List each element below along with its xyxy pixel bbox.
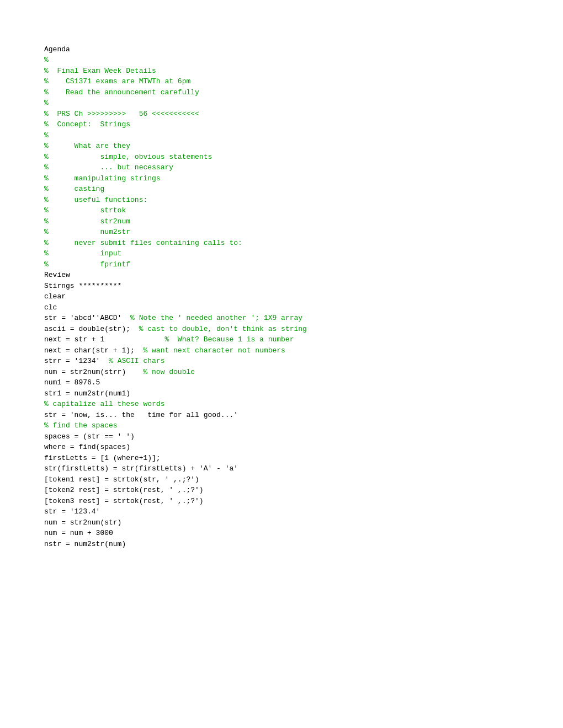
code-line: str = '123.4' [44, 506, 519, 517]
code-content: Agenda%% Final Exam Week Details% CS1371… [44, 33, 519, 549]
code-line: % [44, 130, 519, 141]
code-span: next = str + 1 [44, 335, 164, 344]
code-line: % Read the announcement carefully [44, 87, 519, 98]
code-line: next = char(str + 1); % want next charac… [44, 345, 519, 356]
code-line: str(firstLetts) = str(firstLetts) + 'A' … [44, 463, 519, 474]
code-line: % [44, 55, 519, 66]
code-span: ascii = double(str); [44, 325, 139, 333]
code-line: % What are they [44, 141, 519, 152]
code-line: % useful functions: [44, 195, 519, 206]
code-line: str = 'now, is... the time for all good.… [44, 410, 519, 421]
code-line: spaces = (str == ' ') [44, 431, 519, 442]
code-line: % manipulating strings [44, 173, 519, 184]
code-line: % Final Exam Week Details [44, 66, 519, 77]
code-line: clc [44, 302, 519, 313]
code-line: clear [44, 291, 519, 302]
code-line: nstr = num2str(num) [44, 539, 519, 550]
code-span: % What? Because 1 is a number [164, 335, 294, 344]
code-line: num = num + 3000 [44, 528, 519, 539]
code-line: str = 'abcd''ABCD' % Note the ' needed a… [44, 313, 519, 324]
code-span: str = 'abcd''ABCD' [44, 314, 130, 322]
code-line: % casting [44, 184, 519, 195]
code-span: next = char(str + 1); [44, 346, 143, 355]
code-line: [token2 rest] = strtok(rest, ' ,.;?') [44, 485, 519, 496]
code-line: next = str + 1 % What? Because 1 is a nu… [44, 334, 519, 345]
code-line: firstLetts = [1 (where+1)]; [44, 453, 519, 464]
code-line: % strtok [44, 205, 519, 216]
code-line: num = str2num(str) [44, 517, 519, 528]
code-line: Agenda [44, 44, 519, 55]
code-line: % ... but necessary [44, 162, 519, 173]
code-line: % Concept: Strings [44, 119, 519, 130]
code-span: % Note the ' needed another '; 1X9 array [130, 314, 302, 322]
code-line: % CS1371 exams are MTWTh at 6pm [44, 76, 519, 87]
code-line: % str2num [44, 216, 519, 227]
code-line: % find the spaces [44, 420, 519, 431]
code-line: [token3 rest] = strtok(rest, ' ,.;?') [44, 496, 519, 507]
code-line: [token1 rest] = strtok(str, ' ,.;?') [44, 474, 519, 485]
code-line: Stirngs ********** [44, 281, 519, 292]
code-line: num = str2num(strr) % now double [44, 367, 519, 378]
code-line: % never submit files containing calls to… [44, 238, 519, 249]
code-span: % ASCII chars [109, 357, 164, 365]
code-line: % simple, obvious statements [44, 152, 519, 163]
code-line: str1 = num2str(num1) [44, 388, 519, 399]
code-line: % input [44, 248, 519, 259]
code-span: strr = '1234' [44, 357, 109, 365]
code-line: ascii = double(str); % cast to double, d… [44, 324, 519, 335]
code-line: % fprintf [44, 259, 519, 270]
code-line: strr = '1234' % ASCII chars [44, 356, 519, 367]
code-line: % [44, 98, 519, 109]
code-line: where = find(spaces) [44, 442, 519, 453]
code-line: % capitalize all these words [44, 399, 519, 410]
code-span: num = str2num(strr) [44, 368, 143, 376]
code-span: % cast to double, don't think as string [139, 325, 307, 333]
code-span: % want next character not numbers [143, 346, 285, 355]
code-line: % num2str [44, 227, 519, 238]
code-line: Review [44, 270, 519, 281]
code-line: % PRS Ch >>>>>>>>> 56 <<<<<<<<<<< [44, 109, 519, 120]
code-line: num1 = 8976.5 [44, 377, 519, 388]
code-span: % now double [143, 368, 195, 376]
